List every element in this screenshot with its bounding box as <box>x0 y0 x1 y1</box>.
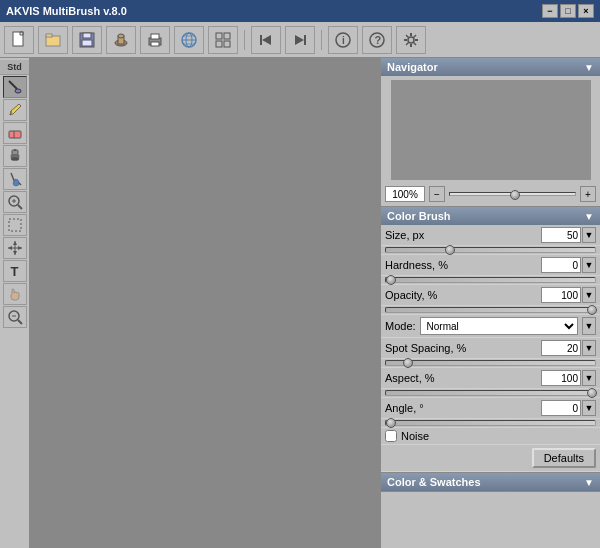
swatches-header: Color & Swatches ▼ <box>381 473 600 491</box>
angle-slider-thumb[interactable] <box>386 418 396 428</box>
settings-icon <box>402 31 420 49</box>
noise-row: Noise <box>381 428 600 445</box>
brush-header: Color Brush ▼ <box>381 207 600 225</box>
brush-tool[interactable] <box>3 76 27 98</box>
hardness-slider[interactable] <box>385 277 596 283</box>
svg-rect-26 <box>304 35 306 45</box>
toolbar-separator-2 <box>321 30 322 50</box>
web-icon <box>180 31 198 49</box>
zoom-slider[interactable] <box>449 192 576 196</box>
spot-spacing-slider[interactable] <box>385 360 596 366</box>
svg-rect-19 <box>216 33 222 39</box>
brush-collapse-button[interactable]: ▼ <box>584 211 594 222</box>
svg-text:i: i <box>342 35 345 46</box>
select-tool[interactable] <box>3 214 27 236</box>
svg-rect-20 <box>224 33 230 39</box>
angle-slider-row <box>381 419 600 428</box>
zoom-minus-button[interactable]: − <box>429 186 445 202</box>
hardness-input[interactable] <box>541 257 581 273</box>
navigator-collapse-button[interactable]: ▼ <box>584 62 594 73</box>
opacity-arrow-button[interactable]: ▼ <box>582 287 596 303</box>
maximize-button[interactable]: □ <box>560 4 576 18</box>
canvas-area[interactable] <box>30 58 380 548</box>
open-button[interactable] <box>38 26 68 54</box>
opacity-slider-thumb[interactable] <box>587 305 597 315</box>
print-button[interactable] <box>140 26 170 54</box>
svg-rect-4 <box>46 34 52 37</box>
svg-rect-13 <box>151 42 159 46</box>
svg-rect-44 <box>9 131 21 138</box>
grid-button[interactable] <box>208 26 238 54</box>
fill-tool[interactable] <box>3 168 27 190</box>
zoom-input[interactable] <box>385 186 425 202</box>
navigator-preview <box>391 80 591 180</box>
save-icon <box>78 31 96 49</box>
eraser-tool[interactable] <box>3 122 27 144</box>
svg-marker-25 <box>295 35 304 45</box>
toolbar: i ? <box>0 22 600 58</box>
web-button[interactable] <box>174 26 204 54</box>
noise-checkbox[interactable] <box>385 430 397 442</box>
aspect-slider[interactable] <box>385 390 596 396</box>
new-button[interactable] <box>4 26 34 54</box>
size-label: Size, px <box>385 229 541 241</box>
hardness-label: Hardness, % <box>385 259 541 271</box>
clone-stamp-icon <box>7 148 23 164</box>
svg-line-51 <box>18 205 22 209</box>
eraser-icon <box>7 125 23 141</box>
svg-point-48 <box>11 158 19 161</box>
aspect-input[interactable] <box>541 370 581 386</box>
mode-arrow-button[interactable]: ▼ <box>582 317 596 335</box>
clone-stamp-tool[interactable] <box>3 145 27 167</box>
angle-input[interactable] <box>541 400 581 416</box>
size-row: Size, px ▼ <box>381 225 600 246</box>
hardness-arrow-button[interactable]: ▼ <box>582 257 596 273</box>
svg-rect-0 <box>13 32 23 46</box>
text-tool-label: T <box>11 264 19 279</box>
pencil-tool[interactable] <box>3 99 27 121</box>
opacity-row: Opacity, % ▼ <box>381 285 600 306</box>
stamp-button[interactable] <box>106 26 136 54</box>
hardness-slider-thumb[interactable] <box>386 275 396 285</box>
zoom-plus-button[interactable]: + <box>580 186 596 202</box>
size-slider-thumb[interactable] <box>445 245 455 255</box>
spot-spacing-arrow-button[interactable]: ▼ <box>582 340 596 356</box>
spot-spacing-input[interactable] <box>541 340 581 356</box>
aspect-slider-thumb[interactable] <box>587 388 597 398</box>
navigator-title: Navigator <box>387 61 438 73</box>
zoom-slider-thumb[interactable] <box>510 190 520 200</box>
svg-rect-12 <box>151 34 159 39</box>
opacity-input[interactable] <box>541 287 581 303</box>
hand-tool[interactable] <box>3 283 27 305</box>
defaults-button[interactable]: Defaults <box>532 448 596 468</box>
mode-select[interactable]: Normal Multiply Screen Overlay Darken Li… <box>420 317 578 335</box>
move-tool[interactable] <box>3 237 27 259</box>
size-arrow-button[interactable]: ▼ <box>582 227 596 243</box>
opacity-slider[interactable] <box>385 307 596 313</box>
aspect-slider-row <box>381 389 600 398</box>
right-panel: Navigator ▼ − + Color Brush ▼ <box>380 58 600 548</box>
magnify-tool[interactable] <box>3 306 27 328</box>
save-button[interactable] <box>72 26 102 54</box>
size-slider[interactable] <box>385 247 596 253</box>
swatches-title: Color & Swatches <box>387 476 481 488</box>
spot-spacing-slider-thumb[interactable] <box>403 358 413 368</box>
back-button[interactable] <box>251 26 281 54</box>
angle-slider[interactable] <box>385 420 596 426</box>
angle-arrow-button[interactable]: ▼ <box>582 400 596 416</box>
swatches-collapse-button[interactable]: ▼ <box>584 477 594 488</box>
svg-rect-7 <box>82 40 92 46</box>
text-tool[interactable]: T <box>3 260 27 282</box>
settings-button[interactable] <box>396 26 426 54</box>
info-button[interactable]: i <box>328 26 358 54</box>
size-input[interactable] <box>541 227 581 243</box>
zoom-tool[interactable] <box>3 191 27 213</box>
size-slider-row <box>381 246 600 255</box>
close-button[interactable]: × <box>578 4 594 18</box>
angle-row: Angle, ° ▼ <box>381 398 600 419</box>
aspect-arrow-button[interactable]: ▼ <box>582 370 596 386</box>
help-button[interactable]: ? <box>362 26 392 54</box>
brush-icon <box>7 79 23 95</box>
minimize-button[interactable]: − <box>542 4 558 18</box>
forward-button[interactable] <box>285 26 315 54</box>
